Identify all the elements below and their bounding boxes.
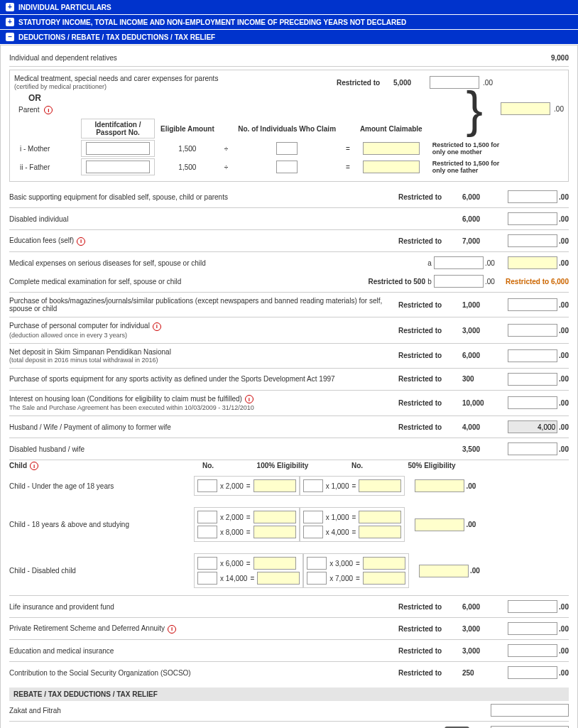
brace-icon: }: [467, 85, 483, 134]
o18-total[interactable]: [415, 518, 464, 531]
amount: 9,000: [370, 54, 569, 62]
section-deductions[interactable]: – DEDUCTIONS / REBATE / TAX DEDUCTIONS /…: [0, 30, 578, 45]
input-r6a[interactable]: [434, 256, 484, 269]
info-icon[interactable]: i: [245, 395, 253, 403]
row-housing-loan: Interest on housing loan (Conditions for…: [9, 392, 569, 414]
row-prs: Private Retirement Scheme and Deferred A…: [9, 619, 569, 638]
row-medical-serious: Medical expenses on serious diseases for…: [9, 254, 569, 272]
label: Medical treatment, special needs and car…: [14, 75, 218, 82]
row-s110: Section 110 tax deduction (others) HK-6: [9, 723, 569, 728]
parent-section: Medical treatment, special needs and car…: [9, 70, 569, 182]
input-r4[interactable]: [508, 212, 557, 225]
row-individual-relatives: Individual and dependent relatives 9,000: [9, 51, 569, 65]
input-r6-total[interactable]: [508, 256, 557, 269]
o18-50-amt-b[interactable]: [359, 526, 401, 538]
row-edu-med-insurance: Education and medical insurance Restrict…: [9, 641, 569, 660]
o18-50-amt-a[interactable]: [359, 511, 401, 523]
u18-100-amt[interactable]: [253, 479, 296, 492]
row-sspn: Net deposit in Skim Simpanan Pendidikan …: [9, 345, 569, 366]
row-books: Purchase of books/magazines/journals/sim…: [9, 294, 569, 315]
collapse-icon: –: [6, 33, 14, 41]
input-r14[interactable]: [508, 600, 557, 613]
row-alimony: Husband / Wife / Payment of alimony to f…: [9, 418, 569, 436]
th-eligible: Eligible Amount: [156, 119, 219, 138]
mother-claimable[interactable]: [363, 142, 420, 155]
label: Individual and dependent relatives: [9, 54, 370, 62]
o18-100-amt-a[interactable]: [253, 511, 296, 523]
row-socso: Contribution to the Social Security Orga…: [9, 663, 569, 682]
row-medical-exam: Complete medical examination for self, s…: [9, 272, 569, 290]
row-education-fees: Education fees (self)i Restricted to 7,0…: [9, 232, 569, 250]
dis-50-no-a[interactable]: [307, 557, 327, 570]
eligible: 1,500: [156, 158, 219, 175]
input-r10[interactable]: [508, 373, 557, 386]
eligible: 1,500: [156, 140, 219, 157]
row-child-disabled: Child - Disabled child x 6,000= x 14,000…: [9, 548, 569, 594]
th-claimants: No. of Individuals Who Claim: [234, 119, 340, 138]
row-life-insurance: Life insurance and provident fund Restri…: [9, 597, 569, 616]
or-label: OR: [28, 93, 564, 103]
input-r3[interactable]: [508, 190, 557, 203]
info-icon[interactable]: i: [77, 237, 85, 246]
info-icon[interactable]: i: [168, 625, 176, 634]
parent-label: Parent: [18, 106, 39, 114]
deductions-content: Individual and dependent relatives 9,000…: [0, 45, 578, 728]
o18-100-amt-b[interactable]: [253, 526, 296, 538]
row-computer: Purchase of personal computer for indivi…: [9, 319, 569, 341]
o18-100-no-a[interactable]: [197, 511, 217, 523]
child-title: Child: [9, 462, 27, 469]
row-disabled-individual: Disabled individual 6,000 .00: [9, 210, 569, 228]
row-disabled-spouse: Disabled husband / wife 3,500 .00: [9, 440, 569, 458]
dis-100-no-b[interactable]: [197, 572, 217, 585]
info-icon[interactable]: i: [30, 462, 38, 470]
child-section: Childi No. 100% Eligibility No. 50% Elig…: [9, 462, 569, 594]
father-claimable[interactable]: [363, 161, 420, 173]
info-icon[interactable]: i: [153, 322, 161, 331]
u18-100-no[interactable]: [197, 479, 217, 492]
restricted-note: Restricted to 6,000: [498, 278, 569, 286]
restricted-label: Restricted to: [337, 79, 393, 87]
dis-100-amt-b[interactable]: [257, 572, 300, 585]
o18-50-no-b[interactable]: [303, 526, 323, 538]
mother-id-input[interactable]: [86, 142, 150, 155]
u18-total[interactable]: [415, 479, 464, 492]
dis-100-amt-a[interactable]: [253, 557, 296, 570]
expand-icon: +: [6, 3, 14, 11]
input-zakat[interactable]: [491, 704, 569, 717]
dis-100-no-a[interactable]: [197, 557, 217, 570]
input-r16[interactable]: [508, 644, 557, 657]
dis-50-amt-a[interactable]: [363, 557, 405, 570]
input-r5[interactable]: [508, 234, 557, 247]
section-individual-particulars[interactable]: + INDIVIDUAL PARTICULARS: [0, 0, 578, 15]
mother-claimants-input[interactable]: [276, 142, 298, 155]
input-r6b[interactable]: [434, 275, 484, 288]
input-r15[interactable]: [508, 622, 557, 635]
rebate-header: REBATE / TAX DEDUCTIONS / TAX RELIEF: [9, 688, 569, 701]
input-r8[interactable]: [508, 324, 557, 337]
section-title: STATUTORY INCOME, TOTAL INCOME AND NON-E…: [18, 18, 406, 26]
u18-50-amt[interactable]: [359, 479, 401, 492]
note: (certified by medical practitioner): [14, 83, 107, 90]
dis-total[interactable]: [419, 565, 469, 577]
parent-total-input[interactable]: [501, 102, 550, 115]
father-claimants-input[interactable]: [276, 161, 298, 173]
o18-100-no-b[interactable]: [197, 526, 217, 538]
info-icon[interactable]: i: [44, 106, 53, 114]
father-id-input[interactable]: [86, 161, 150, 173]
input-r17[interactable]: [508, 666, 557, 679]
input-r7[interactable]: [508, 298, 557, 311]
section-title: INDIVIDUAL PARTICULARS: [18, 4, 111, 11]
section-title: DEDUCTIONS / REBATE / TAX DEDUCTIONS / T…: [18, 33, 215, 41]
input-r9[interactable]: [508, 349, 557, 362]
father-note: Restricted to 1,500 for only one father: [428, 158, 506, 175]
dis-50-no-b[interactable]: [307, 572, 327, 585]
section-statutory-income[interactable]: + STATUTORY INCOME, TOTAL INCOME AND NON…: [0, 15, 578, 30]
th-id: Identifcation / Passport No.: [81, 119, 155, 138]
dis-50-amt-b[interactable]: [363, 572, 405, 585]
o18-50-no-a[interactable]: [303, 511, 323, 523]
u18-50-no[interactable]: [303, 479, 323, 492]
input-r13[interactable]: [508, 442, 557, 455]
input-r11[interactable]: [508, 396, 557, 409]
input-r12[interactable]: [508, 420, 557, 433]
th-claimable: Amount Claimable: [356, 119, 427, 138]
